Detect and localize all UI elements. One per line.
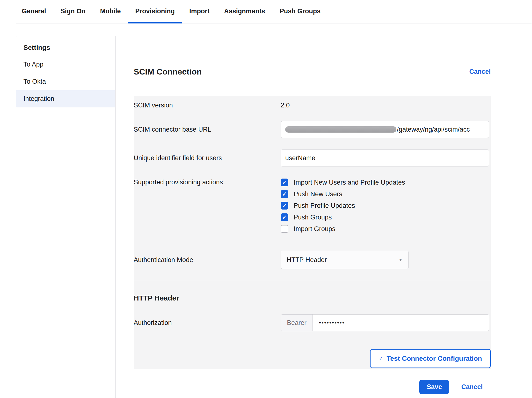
- authentication-mode-value: HTTP Header: [287, 256, 327, 264]
- cancel-link-bottom[interactable]: Cancel: [461, 383, 483, 391]
- provisioning-actions-row: Supported provisioning actions Import Ne…: [134, 178, 491, 237]
- cancel-link-top[interactable]: Cancel: [469, 68, 491, 75]
- authorization-row: Authorization Bearer ••••••••••: [134, 314, 491, 331]
- tab-general[interactable]: General: [15, 0, 53, 23]
- settings-sidebar: Settings To App To Okta Integration: [16, 36, 116, 398]
- tab-sign-on[interactable]: Sign On: [53, 0, 93, 23]
- tab-provisioning[interactable]: Provisioning: [128, 0, 182, 23]
- authentication-mode-label: Authentication Mode: [134, 256, 281, 264]
- sidebar-item-integration[interactable]: Integration: [16, 90, 115, 107]
- provisioning-option-push-new-users: Push New Users: [281, 190, 489, 198]
- sidebar-item-to-okta[interactable]: To Okta: [16, 73, 115, 90]
- provisioning-option-push-profile-updates: Push Profile Updates: [281, 202, 489, 210]
- tab-assignments[interactable]: Assignments: [217, 0, 272, 23]
- tab-import[interactable]: Import: [182, 0, 217, 23]
- unique-identifier-value: userName: [285, 154, 315, 162]
- provisioning-option-import-users: Import New Users and Profile Updates: [281, 179, 489, 186]
- checkbox-push-new-users[interactable]: [281, 190, 288, 198]
- checkbox-push-profile-updates[interactable]: [281, 202, 288, 210]
- base-url-row: SCIM connector base URL /gateway/ng/api/…: [134, 121, 491, 138]
- page-title: SCIM Connection: [134, 67, 202, 76]
- base-url-visible-text: /gateway/ng/api/scim/acc: [397, 126, 470, 133]
- check-icon: ✓: [379, 355, 383, 362]
- checkbox-label: Push Profile Updates: [294, 202, 355, 210]
- unique-identifier-label: Unique identifier field for users: [134, 154, 281, 162]
- scim-connection-section: SCIM Connection Cancel SCIM version 2.0 …: [116, 36, 507, 398]
- sidebar-item-to-app[interactable]: To App: [16, 56, 115, 73]
- checkbox-label: Push New Users: [294, 190, 342, 198]
- checkbox-import-groups[interactable]: [281, 225, 288, 233]
- tab-mobile[interactable]: Mobile: [93, 0, 128, 23]
- save-button[interactable]: Save: [419, 380, 449, 394]
- section-divider: [134, 281, 491, 281]
- authorization-token-input[interactable]: ••••••••••: [313, 315, 489, 331]
- app-tab-bar: General Sign On Mobile Provisioning Impo…: [0, 0, 532, 23]
- scim-form-card: SCIM version 2.0 SCIM connector base URL…: [134, 96, 491, 369]
- base-url-label: SCIM connector base URL: [134, 125, 281, 134]
- tab-push-groups[interactable]: Push Groups: [272, 0, 328, 23]
- provisioning-option-import-groups: Import Groups: [281, 225, 489, 233]
- bearer-prefix: Bearer: [281, 315, 313, 331]
- checkbox-push-groups[interactable]: [281, 213, 288, 221]
- test-button-label: Test Connector Configuration: [386, 355, 482, 362]
- checkbox-label: Push Groups: [294, 213, 332, 221]
- scim-version-row: SCIM version 2.0: [134, 101, 491, 109]
- provisioning-panel: Settings To App To Okta Integration SCIM…: [16, 36, 507, 398]
- chevron-down-icon: ▼: [398, 257, 403, 263]
- http-header-section-title: HTTP Header: [134, 294, 491, 302]
- authentication-mode-row: Authentication Mode HTTP Header ▼: [134, 251, 491, 269]
- checkbox-label: Import New Users and Profile Updates: [294, 179, 405, 186]
- redacted-url-overlay: [285, 126, 396, 133]
- unique-identifier-input[interactable]: userName: [281, 150, 489, 166]
- authentication-mode-select[interactable]: HTTP Header ▼: [281, 251, 409, 269]
- checkbox-import-users[interactable]: [281, 179, 288, 186]
- provisioning-option-push-groups: Push Groups: [281, 213, 489, 221]
- checkbox-label: Import Groups: [294, 225, 335, 233]
- unique-identifier-row: Unique identifier field for users userNa…: [134, 150, 491, 166]
- provisioning-actions-label: Supported provisioning actions: [134, 178, 281, 186]
- scim-version-value: 2.0: [281, 102, 290, 109]
- test-connector-configuration-button[interactable]: ✓ Test Connector Configuration: [370, 349, 491, 368]
- base-url-input[interactable]: /gateway/ng/api/scim/acc: [281, 121, 489, 138]
- authorization-input-group: Bearer ••••••••••: [281, 314, 489, 331]
- sidebar-title: Settings: [16, 40, 115, 56]
- authorization-label: Authorization: [134, 319, 281, 327]
- scim-version-label: SCIM version: [134, 101, 281, 109]
